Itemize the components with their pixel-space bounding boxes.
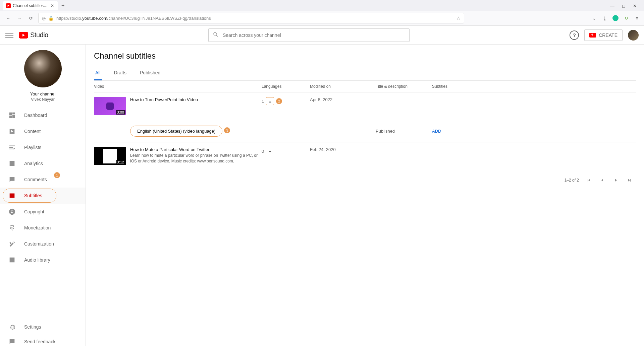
shield-icon: ◎ [42, 16, 46, 21]
browser-chrome: Channel subtitles - YouTube St ✕ + — ◻ ✕… [0, 0, 644, 26]
feedback-icon [8, 338, 16, 345]
title-desc-value: – [376, 97, 432, 102]
close-window-icon[interactable]: ✕ [633, 3, 637, 8]
search-input[interactable] [223, 32, 405, 38]
back-button[interactable]: ← [4, 14, 12, 22]
main-content: Channel subtitles All Drafts Published V… [86, 45, 644, 346]
language-count: 0 [262, 149, 264, 154]
add-subtitles-link[interactable]: ADD [432, 129, 441, 134]
duration-badge: 3:00 [116, 110, 125, 115]
first-page-button[interactable] [586, 177, 592, 184]
col-subtitles: Subtitles [432, 84, 636, 89]
language-pill[interactable]: English (United States) (video language)… [130, 126, 222, 137]
sidebar-item-customization[interactable]: Customization [0, 236, 86, 252]
sidebar-item-feedback[interactable]: Send feedback [0, 334, 86, 346]
tab-drafts[interactable]: Drafts [113, 66, 128, 80]
forward-button[interactable]: → [15, 14, 23, 22]
sidebar-item-comments[interactable]: Comments 1 [0, 171, 86, 188]
sidebar-item-settings[interactable]: Settings [0, 320, 86, 334]
sidebar: Your channel Vivek Nayyar Dashboard Cont… [0, 45, 86, 346]
search-box[interactable] [208, 28, 410, 42]
language-count: 1 [262, 99, 264, 104]
tab-bar: Channel subtitles - YouTube St ✕ + — ◻ ✕ [0, 0, 644, 11]
modified-date: Apr 8, 2022 [310, 97, 376, 102]
youtube-favicon [6, 3, 11, 8]
sidebar-item-copyright[interactable]: Copyright [0, 204, 86, 220]
avatar[interactable] [628, 30, 639, 41]
expand-button[interactable] [266, 147, 274, 155]
sidebar-item-content[interactable]: Content [0, 123, 86, 139]
reload-button[interactable]: ⟳ [27, 14, 35, 22]
channel-label: Your channel [30, 91, 55, 96]
address-bar: ← → ⟳ ◎ 🔒 https://studio.youtube.com/cha… [0, 11, 644, 25]
search-icon [213, 31, 219, 39]
chevron-down-icon [268, 149, 272, 153]
chevron-up-icon [268, 99, 272, 103]
url-text: https://studio.youtube.com/channel/UC3Iu… [56, 16, 211, 21]
help-icon[interactable]: ? [570, 30, 579, 40]
tab-published[interactable]: Published [139, 66, 162, 80]
language-subrow: English (United States) (video language)… [94, 120, 636, 142]
customization-icon [8, 240, 16, 247]
tab-title: Channel subtitles - YouTube St [13, 3, 48, 8]
sidebar-item-playlists[interactable]: Playlists [0, 139, 86, 155]
download-icon[interactable]: ⭳ [602, 15, 608, 21]
table-row[interactable]: 3:00 How to Turn PowerPoint Into Video 1… [94, 92, 636, 120]
studio-logo[interactable]: Studio [19, 31, 48, 39]
video-thumbnail[interactable]: 3:12 [94, 147, 126, 165]
new-tab-button[interactable]: + [61, 3, 64, 9]
col-modified: Modified on [310, 84, 376, 89]
dashboard-icon [8, 112, 16, 119]
channel-name: Vivek Nayyar [31, 97, 54, 102]
subtitles-value: – [432, 97, 636, 102]
sidebar-item-subtitles[interactable]: Subtitles [0, 188, 86, 204]
sidebar-item-monetization[interactable]: Monetization [0, 220, 86, 236]
last-page-button[interactable] [626, 177, 633, 184]
extension-icon[interactable]: ↻ [623, 15, 629, 21]
maximize-icon[interactable]: ◻ [622, 3, 626, 8]
subtitles-icon [8, 192, 16, 199]
callout-badge: 1 [54, 172, 60, 178]
video-thumbnail[interactable]: 3:00 [94, 97, 126, 115]
browser-tab[interactable]: Channel subtitles - YouTube St ✕ [3, 1, 58, 10]
comments-icon [8, 176, 16, 183]
hamburger-icon[interactable] [5, 33, 13, 38]
callout-badge: 2 [276, 98, 282, 104]
close-icon[interactable]: ✕ [50, 3, 55, 8]
tab-all[interactable]: All [94, 66, 102, 80]
url-input[interactable]: ◎ 🔒 https://studio.youtube.com/channel/U… [38, 13, 464, 23]
expand-button[interactable] [266, 97, 274, 105]
video-description: Learn how to mute a particular word or p… [130, 153, 262, 164]
menu-icon[interactable]: ≡ [634, 15, 640, 21]
video-title: How to Mute a Particular Word on Twitter [130, 147, 262, 152]
monetization-icon [8, 224, 16, 231]
pocket-icon[interactable]: ⌄ [591, 15, 597, 21]
sidebar-item-analytics[interactable]: Analytics [0, 155, 86, 171]
content-icon [8, 128, 16, 135]
table-header: Video Languages Modified on Title & desc… [94, 81, 636, 92]
audio-library-icon [8, 257, 16, 263]
grammarly-icon[interactable] [612, 15, 619, 21]
copyright-icon [8, 208, 16, 215]
col-title-desc: Title & description [376, 84, 432, 89]
sidebar-item-label: Dashboard [24, 113, 47, 118]
sidebar-item-label: Comments [24, 177, 47, 182]
sidebar-item-dashboard[interactable]: Dashboard [0, 107, 86, 123]
analytics-icon [8, 160, 16, 167]
sidebar-item-audio-library[interactable]: Audio library [0, 252, 86, 268]
table-row[interactable]: 3:12 How to Mute a Particular Word on Tw… [94, 142, 636, 170]
sidebar-item-label: Analytics [24, 161, 43, 166]
prev-page-button[interactable] [599, 177, 606, 184]
create-button[interactable]: CREATE [584, 29, 623, 41]
video-title: How to Turn PowerPoint Into Video [130, 97, 262, 102]
next-page-button[interactable] [612, 177, 619, 184]
col-video: Video [94, 84, 262, 89]
minimize-icon[interactable]: — [610, 3, 614, 8]
sidebar-item-label: Content [24, 129, 41, 134]
playlists-icon [8, 144, 16, 151]
channel-avatar[interactable] [24, 50, 62, 87]
logo-text: Studio [30, 31, 48, 39]
pager: 1–2 of 2 [94, 170, 636, 190]
bookmark-icon[interactable]: ☆ [457, 16, 461, 21]
subtitles-value: – [432, 147, 636, 152]
